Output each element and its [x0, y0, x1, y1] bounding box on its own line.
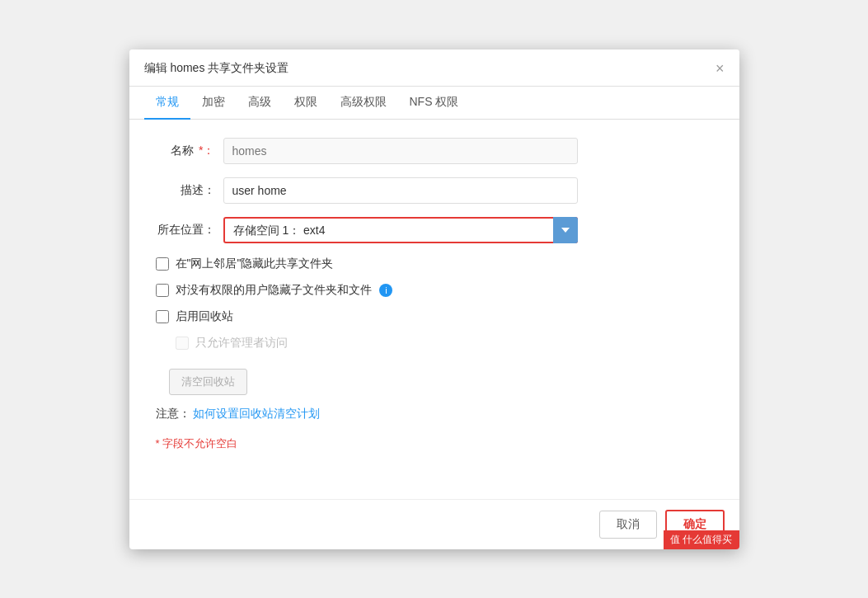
location-label: 所在位置：	[149, 223, 215, 238]
desc-label: 描述：	[149, 183, 215, 198]
desc-input[interactable]	[223, 177, 578, 204]
admin-only-checkbox[interactable]	[176, 337, 189, 350]
notice-row: 注意： 如何设置回收站清空计划	[149, 407, 720, 421]
tab-advanced-permissions[interactable]: 高级权限	[329, 87, 398, 120]
hide-subfolders-row: 对没有权限的用户隐藏子文件夹和文件 i	[149, 283, 720, 298]
dialog-footer: 取消 确定 值 什么值得买	[129, 499, 739, 549]
hide-network-row: 在"网上邻居"隐藏此共享文件夹	[149, 257, 720, 271]
location-select[interactable]: 存储空间 1： ext4	[223, 217, 578, 243]
enable-recycle-row: 启用回收站	[149, 309, 720, 324]
enable-recycle-checkbox[interactable]	[156, 310, 169, 323]
dialog-title: 编辑 homes 共享文件夹设置	[144, 61, 289, 86]
tab-permissions[interactable]: 权限	[283, 87, 329, 120]
tab-general[interactable]: 常规	[144, 87, 190, 120]
hide-network-label[interactable]: 在"网上邻居"隐藏此共享文件夹	[176, 257, 334, 271]
name-row: 名称 *：	[149, 138, 720, 164]
close-button[interactable]: ×	[716, 61, 725, 86]
info-icon[interactable]: i	[379, 284, 392, 297]
dialog-body: 名称 *： 描述： 所在位置： 存储空间 1： ext4 在"网上邻居"隐藏此共…	[129, 120, 739, 499]
desc-row: 描述：	[149, 177, 720, 204]
name-required-star: *：	[195, 144, 214, 157]
hide-subfolders-label[interactable]: 对没有权限的用户隐藏子文件夹和文件 i	[176, 283, 393, 298]
cancel-button[interactable]: 取消	[599, 511, 657, 539]
name-input[interactable]	[223, 138, 578, 164]
promo-badge: 值 什么值得买	[664, 530, 739, 549]
name-label: 名称 *：	[149, 144, 215, 158]
location-select-wrapper: 存储空间 1： ext4	[223, 217, 578, 243]
notice-link[interactable]: 如何设置回收站清空计划	[193, 407, 320, 420]
required-note: * 字段不允许空白	[149, 436, 720, 451]
admin-only-row: 只允许管理者访问	[169, 336, 720, 351]
tab-advanced[interactable]: 高级	[237, 87, 283, 120]
admin-only-label: 只允许管理者访问	[195, 336, 288, 351]
notice-prefix: 注意：	[156, 407, 190, 420]
hide-subfolders-checkbox[interactable]	[156, 284, 169, 297]
dialog-header: 编辑 homes 共享文件夹设置 ×	[129, 49, 739, 87]
enable-recycle-label[interactable]: 启用回收站	[176, 309, 233, 324]
dialog: 编辑 homes 共享文件夹设置 × 常规 加密 高级 权限 高级权限 NFS …	[129, 49, 739, 549]
recycle-section: 只允许管理者访问	[169, 336, 720, 351]
tabs-bar: 常规 加密 高级 权限 高级权限 NFS 权限	[129, 87, 739, 120]
tab-encrypt[interactable]: 加密	[190, 87, 237, 120]
hide-network-checkbox[interactable]	[156, 257, 169, 271]
location-row: 所在位置： 存储空间 1： ext4	[149, 217, 720, 243]
clear-recycle-button[interactable]: 清空回收站	[169, 369, 247, 395]
tab-nfs[interactable]: NFS 权限	[398, 87, 471, 120]
